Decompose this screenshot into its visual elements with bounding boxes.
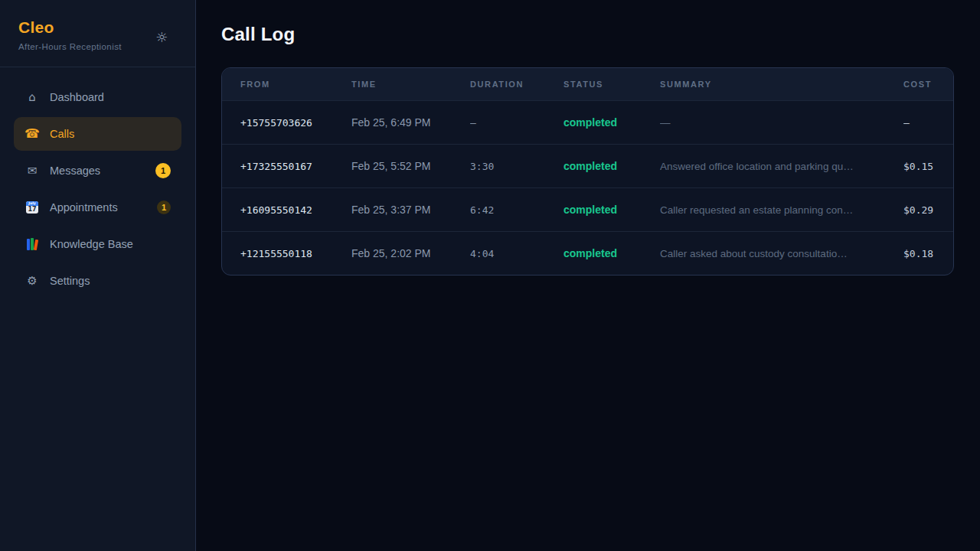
- cell-time: Feb 25, 3:37 PM: [351, 204, 470, 216]
- page-title: Call Log: [221, 23, 954, 46]
- call-log-row[interactable]: +16095550142Feb 25, 3:37 PM6:42completed…: [222, 187, 953, 231]
- phone-icon: ☎: [24, 128, 40, 140]
- notification-badge: 1: [157, 201, 171, 214]
- sidebar-item-label: Dashboard: [50, 91, 171, 103]
- column-header-from: FROM: [240, 80, 351, 89]
- call-log-row[interactable]: +12155550118Feb 25, 2:02 PM4:04completed…: [222, 231, 953, 275]
- theme-toggle-button[interactable]: ☼: [153, 29, 170, 46]
- sidebar-item-label: Appointments: [50, 201, 147, 214]
- cell-from: +17325550167: [240, 161, 351, 172]
- sidebar-item-settings[interactable]: ⚙Settings: [14, 264, 181, 298]
- cell-from: +12155550118: [240, 248, 351, 259]
- sidebar: Cleo After-Hours Receptionist ☼ ⌂Dashboa…: [0, 0, 196, 551]
- cell-time: Feb 25, 6:49 PM: [351, 116, 470, 129]
- cell-cost: $0.29: [903, 204, 935, 216]
- envelope-icon: ✉: [24, 165, 40, 177]
- sidebar-nav: ⌂Dashboard☎Calls✉Messages1 July17Appoint…: [0, 67, 195, 314]
- notification-badge: 1: [155, 163, 171, 178]
- sidebar-item-label: Messages: [50, 165, 145, 177]
- sidebar-item-messages[interactable]: ✉Messages1: [14, 154, 181, 187]
- cell-summary: Caller requested an estate planning con…: [660, 204, 903, 216]
- call-log-row[interactable]: +17325550167Feb 25, 5:52 PM3:30completed…: [222, 144, 953, 187]
- sidebar-item-label: Settings: [50, 275, 171, 287]
- cell-summary: Answered office location and parking qu…: [660, 161, 903, 172]
- column-header-status: STATUS: [564, 80, 660, 89]
- cell-from: +15755703626: [240, 117, 351, 129]
- cell-cost: –: [903, 117, 935, 129]
- call-log-row[interactable]: +15755703626Feb 25, 6:49 PM–completed—–: [222, 100, 953, 144]
- table-body: +15755703626Feb 25, 6:49 PM–completed—–+…: [222, 100, 953, 275]
- cell-duration: 3:30: [470, 161, 564, 172]
- calendar-icon: July17: [24, 201, 40, 214]
- cell-cost: $0.15: [903, 161, 935, 172]
- cell-status: completed: [564, 116, 660, 129]
- sun-icon: ☼: [155, 29, 168, 45]
- cell-duration: 6:42: [470, 204, 564, 216]
- sidebar-header: Cleo After-Hours Receptionist ☼: [0, 0, 195, 67]
- main-content: Call Log FROMTIMEDURATIONSTATUSSUMMARYCO…: [196, 0, 980, 551]
- sidebar-item-label: Calls: [50, 128, 171, 140]
- column-header-time: TIME: [351, 80, 470, 89]
- call-log-table: FROMTIMEDURATIONSTATUSSUMMARYCOST +15755…: [221, 67, 954, 276]
- sidebar-item-knowledge-base[interactable]: Knowledge Base: [14, 227, 181, 261]
- cell-time: Feb 25, 2:02 PM: [351, 247, 470, 259]
- column-header-duration: DURATION: [470, 80, 564, 89]
- sidebar-item-appointments[interactable]: July17Appointments1: [14, 191, 181, 224]
- sidebar-item-label: Knowledge Base: [50, 238, 171, 250]
- cell-summary: —: [660, 117, 903, 129]
- table-header-row: FROMTIMEDURATIONSTATUSSUMMARYCOST: [222, 68, 953, 100]
- home-icon: ⌂: [24, 92, 40, 103]
- sidebar-item-calls[interactable]: ☎Calls: [14, 117, 181, 151]
- cell-status: completed: [564, 204, 660, 216]
- cell-cost: $0.18: [903, 248, 935, 259]
- cell-status: completed: [564, 160, 660, 172]
- cell-time: Feb 25, 5:52 PM: [351, 160, 470, 172]
- books-icon: [24, 238, 40, 250]
- column-header-cost: COST: [903, 80, 935, 89]
- cell-summary: Caller asked about custody consultatio…: [660, 248, 903, 259]
- cell-duration: 4:04: [470, 248, 564, 259]
- cell-status: completed: [564, 247, 660, 259]
- cell-duration: –: [470, 117, 564, 129]
- column-header-summary: SUMMARY: [660, 80, 903, 89]
- gear-icon: ⚙: [24, 276, 40, 287]
- cell-from: +16095550142: [240, 204, 351, 216]
- sidebar-item-dashboard[interactable]: ⌂Dashboard: [14, 80, 181, 114]
